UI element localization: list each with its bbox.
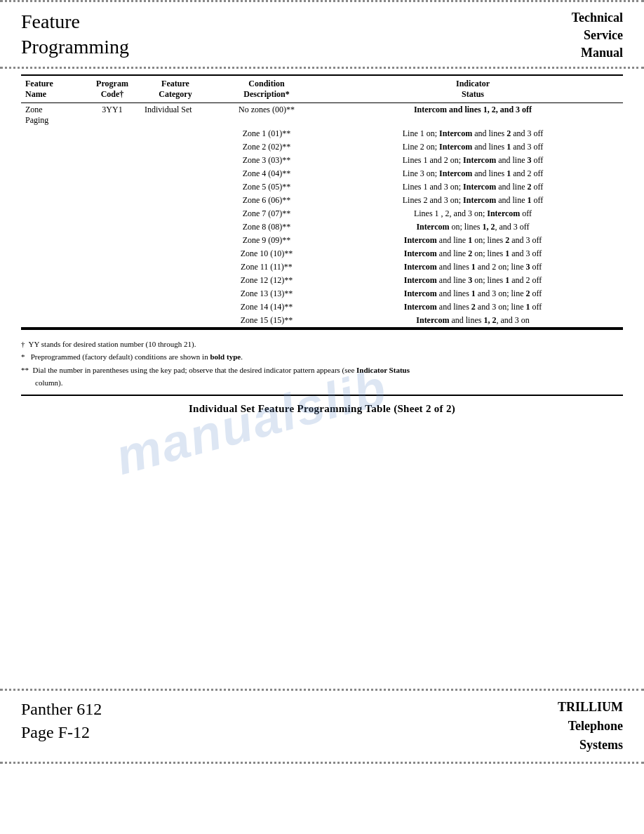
footnote-dagger: † YY stands for desired station number (… [21, 338, 623, 350]
bottom-spacer [0, 422, 644, 689]
td-condition: Zone 1 (01)** [210, 127, 323, 140]
td-condition: Zone 10 (10)** [210, 247, 323, 260]
td-condition: Zone 12 (12)** [210, 274, 323, 287]
td-indicator: Intercom on; lines 1, 2, and 3 off [323, 220, 623, 234]
table-row: Zone 14 (14)**Intercom and lines 2 and 3… [21, 300, 623, 314]
table-row: Zone 6 (06)**Lines 2 and 3 on; Intercom … [21, 194, 623, 207]
th-indicator-status: IndicatorStatus [323, 75, 623, 103]
td-indicator: Intercom and lines 1, 2, and 3 on [323, 314, 623, 328]
td-program-code [84, 127, 140, 140]
header-right-line3: Manual [581, 46, 623, 60]
td-condition: Zone 8 (08)** [210, 220, 323, 234]
td-feature-category [140, 300, 210, 314]
td-program-code [84, 274, 140, 287]
td-condition: Zone 4 (04)** [210, 167, 323, 180]
td-indicator: Lines 1 , 2, and 3 on; Intercom off [323, 207, 623, 220]
td-feature-name [21, 140, 84, 154]
td-feature-category: Individual Set [140, 102, 210, 127]
td-program-code [84, 220, 140, 234]
footnote-double-asterisk: ** Dial the number in parentheses using … [21, 364, 623, 376]
page: Feature Programming Technical Service Ma… [0, 0, 644, 834]
footnote-divider [21, 329, 623, 330]
page-title: Feature Programming [21, 9, 129, 60]
td-program-code [84, 260, 140, 274]
td-condition: Zone 5 (05)** [210, 180, 323, 194]
td-condition: No zones (00)** [210, 102, 323, 127]
td-indicator: Intercom and line 3 on; lines 1 and 2 of… [323, 274, 623, 287]
caption-text: Individual Set Feature Programming Table… [189, 403, 455, 414]
td-indicator: Intercom and lines 1 and 3 on; line 2 of… [323, 287, 623, 300]
td-feature-name [21, 220, 84, 234]
footer-page: Page F-12 [21, 723, 90, 741]
footer-right: TRILLIUM Telephone Systems [558, 698, 623, 755]
td-feature-name [21, 274, 84, 287]
td-indicator: Lines 2 and 3 on; Intercom and line 1 of… [323, 194, 623, 207]
th-feature-name: FeatureName [21, 75, 84, 103]
td-indicator: Intercom and line 1 on; lines 2 and 3 of… [323, 234, 623, 247]
header-divider [0, 67, 644, 69]
td-feature-category [140, 194, 210, 207]
table-row: Zone 15 (15)**Intercom and lines 1, 2, a… [21, 314, 623, 328]
td-feature-name [21, 207, 84, 220]
table-row: Zone 3 (03)**Lines 1 and 2 on; Intercom … [21, 154, 623, 167]
td-feature-category [140, 287, 210, 300]
td-feature-name [21, 127, 84, 140]
td-program-code [84, 167, 140, 180]
td-feature-category [140, 167, 210, 180]
table-row: Zone 9 (09)**Intercom and line 1 on; lin… [21, 234, 623, 247]
td-program-code [84, 180, 140, 194]
table-row: Zone 10 (10)**Intercom and line 2 on; li… [21, 247, 623, 260]
td-program-code [84, 234, 140, 247]
td-indicator: Intercom and lines 1 and 2 on; line 3 of… [323, 260, 623, 274]
td-feature-category [140, 180, 210, 194]
header-right-line2: Service [584, 28, 623, 42]
td-indicator: Intercom and lines 2 and 3 on; line 1 of… [323, 300, 623, 314]
caption-divider [21, 395, 623, 396]
td-program-code [84, 247, 140, 260]
footnote-double-asterisk-cont: column). [35, 377, 623, 389]
td-program-code [84, 207, 140, 220]
header: Feature Programming Technical Service Ma… [0, 2, 644, 67]
td-feature-category [140, 154, 210, 167]
td-feature-category [140, 127, 210, 140]
footer-product: Panther 612 [21, 700, 102, 718]
table-row: Zone 11 (11)**Intercom and lines 1 and 2… [21, 260, 623, 274]
td-indicator: Line 1 on; Intercom and lines 2 and 3 of… [323, 127, 623, 140]
td-feature-category [140, 247, 210, 260]
footnotes: † YY stands for desired station number (… [0, 334, 644, 393]
footnote-asterisk: * Preprogrammed (factory default) condit… [21, 351, 623, 363]
td-indicator: Line 2 on; Intercom and lines 1 and 3 of… [323, 140, 623, 154]
main-content: FeatureName ProgramCode† FeatureCategory… [0, 74, 644, 329]
th-condition-description: ConditionDescription* [210, 75, 323, 103]
table-row: Zone 13 (13)**Intercom and lines 1 and 3… [21, 287, 623, 300]
table-row: Zone 7 (07)**Lines 1 , 2, and 3 on; Inte… [21, 207, 623, 220]
td-feature-name [21, 314, 84, 328]
table-row: Zone 8 (08)**Intercom on; lines 1, 2, an… [21, 220, 623, 234]
table-row: Zone 12 (12)**Intercom and line 3 on; li… [21, 274, 623, 287]
table-row: Zone 1 (01)**Line 1 on; Intercom and lin… [21, 127, 623, 140]
td-condition: Zone 15 (15)** [210, 314, 323, 328]
td-feature-name [21, 180, 84, 194]
td-feature-name [21, 300, 84, 314]
table-row: Zone 4 (04)**Line 3 on; Intercom and lin… [21, 167, 623, 180]
td-feature-name [21, 154, 84, 167]
table-row: Zone 5 (05)**Lines 1 and 3 on; Intercom … [21, 180, 623, 194]
table-header-row: FeatureName ProgramCode† FeatureCategory… [21, 75, 623, 103]
td-program-code: 3YY1 [84, 102, 140, 127]
table-row: Zone 2 (02)**Line 2 on; Intercom and lin… [21, 140, 623, 154]
td-condition: Zone 7 (07)** [210, 207, 323, 220]
td-condition: Zone 3 (03)** [210, 154, 323, 167]
footer-border-bottom [0, 762, 644, 764]
td-indicator: Intercom and line 2 on; lines 1 and 3 of… [323, 247, 623, 260]
footer-company: TRILLIUM [558, 700, 623, 714]
td-condition: Zone 14 (14)** [210, 300, 323, 314]
footer: Panther 612 Page F-12 TRILLIUM Telephone… [0, 691, 644, 762]
td-feature-category [140, 234, 210, 247]
title-line2: Programming [21, 36, 129, 58]
td-indicator: Line 3 on; Intercom and lines 1 and 2 of… [323, 167, 623, 180]
td-feature-name [21, 194, 84, 207]
title-line1: Feature [21, 11, 80, 32]
td-feature-category [140, 140, 210, 154]
th-program-code: ProgramCode† [84, 75, 140, 103]
footer-company-line2: Telephone [568, 719, 623, 733]
